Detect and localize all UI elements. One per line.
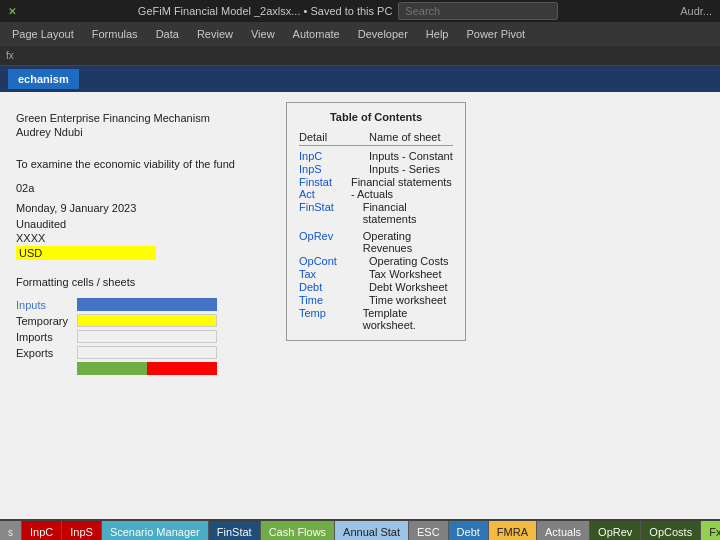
version-text: 02a xyxy=(16,182,254,194)
title-bar: ✕ GeFiM Financial Model _2axlsx... • Sav… xyxy=(0,0,720,22)
toc-row-time: Time Time worksheet xyxy=(299,294,453,306)
date-text: Monday, 9 January 2023 xyxy=(16,202,254,214)
toc-desc-time: Time worksheet xyxy=(369,294,446,306)
title-bar-left: ✕ xyxy=(8,6,16,17)
format-label-inputs: Inputs xyxy=(16,299,71,311)
toc-header-col2: Name of sheet xyxy=(369,131,441,143)
menu-view[interactable]: View xyxy=(243,25,283,43)
format-bar-inputs xyxy=(77,298,217,311)
tab-oprev[interactable]: OpRev xyxy=(590,521,641,540)
format-row-exports: Exports xyxy=(16,346,254,359)
format-row-inputs: Inputs xyxy=(16,298,254,311)
menu-page-layout[interactable]: Page Layout xyxy=(4,25,82,43)
search-input[interactable] xyxy=(398,2,558,20)
sheet-tabs-area: s InpC InpS Scenario Manager FinStat Cas… xyxy=(0,519,720,540)
format-bar-temporary xyxy=(77,314,217,327)
tab-cash-flows[interactable]: Cash Flows xyxy=(261,521,335,540)
toc-row-debt: Debt Debt Worksheet xyxy=(299,281,453,293)
tab-fmra[interactable]: FMRA xyxy=(489,521,537,540)
currency-bar: USD xyxy=(16,246,156,260)
format-label-exports: Exports xyxy=(16,347,71,359)
toc-header: Detail Name of sheet xyxy=(299,131,453,146)
tab-scenario-manager[interactable]: Scenario Manager xyxy=(102,521,209,540)
app-icon: ✕ xyxy=(8,6,16,17)
xxxx-text: XXXX xyxy=(16,232,254,244)
sheet-header-strip: echanism xyxy=(0,66,720,92)
toc-link-temp[interactable]: Temp xyxy=(299,307,353,319)
toc-row-inps: InpS Inputs - Series xyxy=(299,163,453,175)
toc-desc-inps: Inputs - Series xyxy=(369,163,440,175)
formula-bar: fx xyxy=(0,46,720,66)
tab-s[interactable]: s xyxy=(0,521,22,540)
toc-link-time[interactable]: Time xyxy=(299,294,359,306)
toc-row-temp: Temp Template worksheet. xyxy=(299,307,453,331)
toc-desc-oprev: Operating Revenues xyxy=(363,230,453,254)
main-content-area: Green Enterprise Financing Mechanism Aud… xyxy=(0,92,720,519)
toc-row-oprev: OpRev Operating Revenues xyxy=(299,230,453,254)
table-of-contents: Table of Contents Detail Name of sheet I… xyxy=(286,102,466,341)
formatting-title: Formatting cells / sheets xyxy=(16,276,254,288)
toc-desc-inpc: Inputs - Constant xyxy=(369,150,453,162)
format-bar-greenred xyxy=(77,362,217,375)
toc-header-col1: Detail xyxy=(299,131,359,143)
toc-row-inpc: InpC Inputs - Constant xyxy=(299,150,453,162)
format-bar-imports xyxy=(77,330,217,343)
active-sheet-label: echanism xyxy=(8,69,79,89)
toc-row-tax: Tax Tax Worksheet xyxy=(299,268,453,280)
toc-row-finstat: FinStat Financial statements xyxy=(299,201,453,225)
toc-link-debt[interactable]: Debt xyxy=(299,281,359,293)
toc-desc-debt: Debt Worksheet xyxy=(369,281,448,293)
menu-help[interactable]: Help xyxy=(418,25,457,43)
currency-text: USD xyxy=(19,247,42,259)
tab-debt[interactable]: Debt xyxy=(449,521,489,540)
menu-power-pivot[interactable]: Power Pivot xyxy=(458,25,533,43)
format-row-temporary: Temporary xyxy=(16,314,254,327)
tab-actuals[interactable]: Actuals xyxy=(537,521,590,540)
tab-finstat[interactable]: FinStat xyxy=(209,521,261,540)
cell-reference: fx xyxy=(6,50,14,61)
toc-link-tax[interactable]: Tax xyxy=(299,268,359,280)
menu-bar: Page Layout Formulas Data Review View Au… xyxy=(0,22,720,46)
format-row-greenred xyxy=(16,362,254,375)
tab-opcosts[interactable]: OpCosts xyxy=(641,521,701,540)
purpose-text: To examine the economic viability of the… xyxy=(16,158,254,170)
menu-automate[interactable]: Automate xyxy=(285,25,348,43)
tab-inps[interactable]: InpS xyxy=(62,521,102,540)
left-panel: Green Enterprise Financing Mechanism Aud… xyxy=(0,92,270,519)
content-wrapper: Green Enterprise Financing Mechanism Aud… xyxy=(0,92,720,519)
user-label: Audr... xyxy=(680,5,712,17)
format-label-temporary: Temporary xyxy=(16,315,71,327)
toc-link-finstat[interactable]: FinStat xyxy=(299,201,353,213)
toc-desc-opcont: Operating Costs xyxy=(369,255,448,267)
right-panel: Table of Contents Detail Name of sheet I… xyxy=(270,92,720,519)
menu-review[interactable]: Review xyxy=(189,25,241,43)
toc-link-inps[interactable]: InpS xyxy=(299,163,359,175)
author-name: Audrey Ndubi xyxy=(16,126,254,138)
audit-text: Unaudited xyxy=(16,218,254,230)
toc-link-opcont[interactable]: OpCont xyxy=(299,255,359,267)
menu-data[interactable]: Data xyxy=(148,25,187,43)
format-row-imports: Imports xyxy=(16,330,254,343)
toc-row-finstatact: Finstat Act Financial statements - Actua… xyxy=(299,176,453,200)
tab-fxdassts[interactable]: FxdAssts xyxy=(701,521,720,540)
tab-esc[interactable]: ESC xyxy=(409,521,449,540)
format-label-imports: Imports xyxy=(16,331,71,343)
filename-label: GeFiM Financial Model _2axlsx... • Saved… xyxy=(138,5,393,17)
toc-title: Table of Contents xyxy=(299,111,453,123)
company-name: Green Enterprise Financing Mechanism xyxy=(16,112,254,124)
tab-annual-stat[interactable]: Annual Stat xyxy=(335,521,409,540)
toc-link-finstatact[interactable]: Finstat Act xyxy=(299,176,341,200)
toc-link-inpc[interactable]: InpC xyxy=(299,150,359,162)
toc-row-opcont: OpCont Operating Costs xyxy=(299,255,453,267)
toc-link-oprev[interactable]: OpRev xyxy=(299,230,353,242)
toc-desc-finstat: Financial statements xyxy=(363,201,453,225)
tab-inpc[interactable]: InpC xyxy=(22,521,62,540)
toc-desc-temp: Template worksheet. xyxy=(363,307,453,331)
toc-desc-finstatact: Financial statements - Actuals xyxy=(351,176,453,200)
menu-developer[interactable]: Developer xyxy=(350,25,416,43)
format-bar-exports xyxy=(77,346,217,359)
toc-desc-tax: Tax Worksheet xyxy=(369,268,442,280)
menu-formulas[interactable]: Formulas xyxy=(84,25,146,43)
title-bar-center: GeFiM Financial Model _2axlsx... • Saved… xyxy=(16,2,680,20)
